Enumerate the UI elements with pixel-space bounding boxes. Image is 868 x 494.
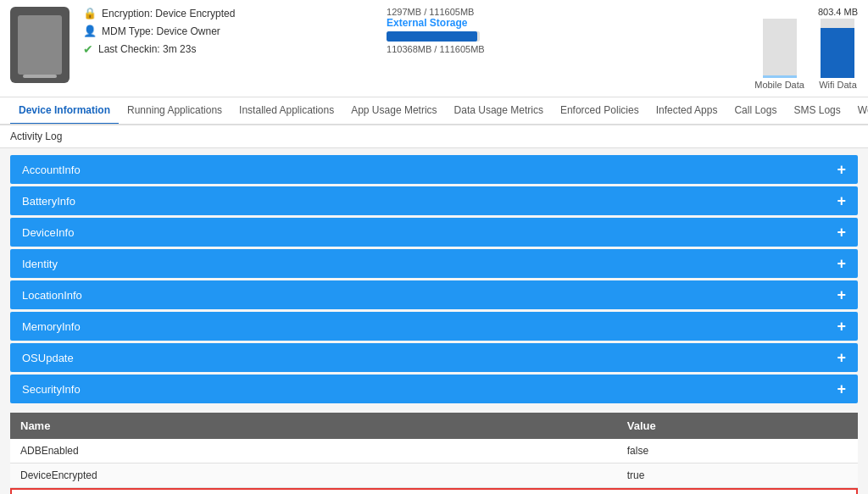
accordion-os-update-label: OSUpdate: [22, 352, 74, 364]
accordion-memory-info-label: MemoryInfo: [22, 320, 81, 333]
accordion-memory-info-plus: +: [837, 319, 846, 334]
mobile-data-bar-container: [763, 19, 797, 78]
storage-section: 1297MB / 111605MB External Storage 11036…: [387, 7, 676, 54]
user-icon: 👤: [83, 25, 97, 37]
tab-running-applications[interactable]: Running Applications: [119, 97, 231, 125]
accordion-battery-info-plus: +: [837, 193, 846, 208]
accordion-security-info-label: SecurityInfo: [22, 383, 81, 396]
wifi-data-value: 803.4 MB: [818, 7, 858, 17]
device-info-panel: 🔒 Encryption: Device Encrypted 👤 MDM Typ…: [83, 7, 373, 61]
device-image: [10, 7, 70, 83]
table-cell-value: false: [617, 439, 858, 463]
table-cell-name: DeviceEncrypted: [10, 463, 617, 488]
tab-installed-applications[interactable]: Installed Applications: [231, 97, 342, 125]
accordion-device-info[interactable]: DeviceInfo +: [10, 218, 858, 247]
tab-enforced-policies[interactable]: Enforced Policies: [552, 97, 648, 125]
accordion-battery-info-label: BatteryInfo: [22, 195, 75, 208]
wifi-data-label: Wifi Data: [819, 80, 857, 90]
checkin-row: ✔ Last Checkin: 3m 23s: [83, 42, 373, 56]
device-bottom-bar: [23, 75, 57, 78]
col-value-header: Value: [617, 413, 858, 439]
mobile-data-bar: [763, 75, 797, 79]
check-icon: ✔: [83, 42, 93, 56]
table-header-row: Name Value: [10, 413, 858, 439]
accordion-identity-label: Identity: [22, 258, 58, 270]
accordion-os-update[interactable]: OSUpdate +: [10, 343, 858, 372]
accordion-identity[interactable]: Identity +: [10, 249, 858, 278]
table-cell-name: FactoryResetProtection(FRP): [10, 488, 617, 495]
tab-device-information[interactable]: Device Information: [10, 97, 119, 125]
accordion-memory-info[interactable]: MemoryInfo +: [10, 312, 858, 341]
table-row: ADBEnabledfalse: [10, 439, 858, 463]
accordion-location-info[interactable]: LocationInfo +: [10, 280, 858, 309]
mobile-data-chart: Mobile Data: [754, 19, 804, 90]
external-storage-numbers: 110368MB / 111605MB: [387, 44, 676, 54]
mobile-data-label: Mobile Data: [754, 80, 804, 90]
security-info-table: Name Value ADBEnabledfalseDeviceEncrypte…: [10, 413, 858, 494]
checkin-label: Last Checkin: 3m 23s: [98, 43, 196, 55]
tab-infected-apps[interactable]: Infected Apps: [648, 97, 726, 125]
table-cell-value: default: [617, 488, 858, 495]
accordion-battery-info[interactable]: BatteryInfo +: [10, 186, 858, 215]
lock-icon: 🔒: [83, 7, 97, 19]
accordion-section: AccountInfo + BatteryInfo + DeviceInfo +…: [0, 148, 868, 413]
storage-bar-fill: [387, 31, 477, 42]
top-bar: 🔒 Encryption: Device Encrypted 👤 MDM Typ…: [0, 0, 868, 97]
tab-call-logs[interactable]: Call Logs: [726, 97, 785, 125]
accordion-security-info[interactable]: SecurityInfo +: [10, 375, 858, 403]
wifi-data-bar: [821, 28, 854, 79]
accordion-account-info-label: AccountInfo: [22, 164, 81, 176]
tab-data-usage-metrics[interactable]: Data Usage Metrics: [446, 97, 552, 125]
accordion-security-info-plus: +: [837, 381, 846, 397]
table-cell-name: ADBEnabled: [10, 439, 617, 463]
accordion-identity-plus: +: [837, 256, 846, 271]
tab-sms-logs[interactable]: SMS Logs: [785, 97, 849, 125]
activity-log-label: Activity Log: [10, 130, 62, 142]
accordion-location-info-label: LocationInfo: [22, 289, 82, 302]
wifi-data-bar-container: [821, 19, 854, 78]
table-section: Name Value ADBEnabledfalseDeviceEncrypte…: [0, 413, 868, 494]
accordion-account-info[interactable]: AccountInfo +: [10, 155, 858, 184]
table-row: DeviceEncryptedtrue: [10, 463, 858, 488]
accordion-device-info-label: DeviceInfo: [22, 226, 74, 239]
accordion-os-update-plus: +: [837, 350, 846, 365]
mdm-label: MDM Type: Device Owner: [102, 25, 220, 37]
encryption-label: Encryption: Device Encrypted: [102, 8, 235, 19]
device-screen: [18, 15, 62, 75]
mdm-row: 👤 MDM Type: Device Owner: [83, 25, 373, 37]
storage-size-label: 1297MB / 111605MB: [387, 7, 676, 17]
external-storage-label: External Storage: [387, 17, 676, 29]
storage-bar: [387, 31, 480, 42]
col-name-header: Name: [10, 413, 617, 439]
accordion-account-info-plus: +: [837, 162, 846, 177]
table-row: FactoryResetProtection(FRP)default: [10, 488, 858, 495]
tabs-container: Device Information Running Applications …: [0, 97, 868, 125]
table-cell-value: true: [617, 463, 858, 488]
wifi-data-chart: 803.4 MB Wifi Data: [818, 7, 858, 90]
encryption-row: 🔒 Encryption: Device Encrypted: [83, 7, 373, 19]
activity-log-bar: Activity Log: [0, 125, 868, 148]
tab-app-usage-metrics[interactable]: App Usage Metrics: [342, 97, 445, 125]
accordion-device-info-plus: +: [837, 225, 846, 240]
tab-web-logs[interactable]: Web Logs: [849, 97, 868, 125]
data-section: Mobile Data 803.4 MB Wifi Data: [754, 7, 858, 90]
accordion-location-info-plus: +: [837, 287, 846, 303]
